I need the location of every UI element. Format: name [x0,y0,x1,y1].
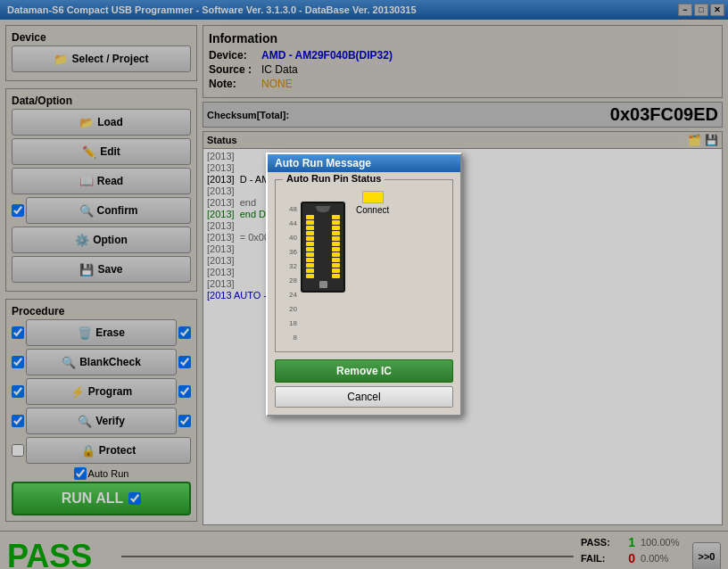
remove-ic-button[interactable]: Remove IC [275,359,453,383]
ic-notch [316,206,330,212]
pin-row-1 [305,215,341,219]
connect-led [362,191,384,203]
pin-left [306,215,314,219]
connect-indicator: Connect [356,191,389,215]
cancel-button[interactable]: Cancel [275,386,453,408]
modal-content: Auto Run Pin Status 48 44 40 36 [268,172,460,415]
pin-row-2 [305,220,341,225]
connect-label: Connect [356,205,389,215]
ic-socket [301,202,345,293]
modal-overlay: Auto Run Message Auto Run Pin Status 48 … [0,0,728,569]
pin-right [332,215,340,219]
modal-group-label: Auto Run Pin Status [283,173,385,184]
modal-dialog: Auto Run Message Auto Run Pin Status 48 … [266,153,462,416]
modal-group-box: Auto Run Pin Status 48 44 40 36 [275,179,453,352]
modal-title-bar: Auto Run Message [268,154,460,172]
pin-numbers-left: 48 44 40 36 32 28 24 20 18 8 [283,202,297,344]
ic-socket-container: 48 44 40 36 32 28 24 20 18 8 [283,191,445,344]
